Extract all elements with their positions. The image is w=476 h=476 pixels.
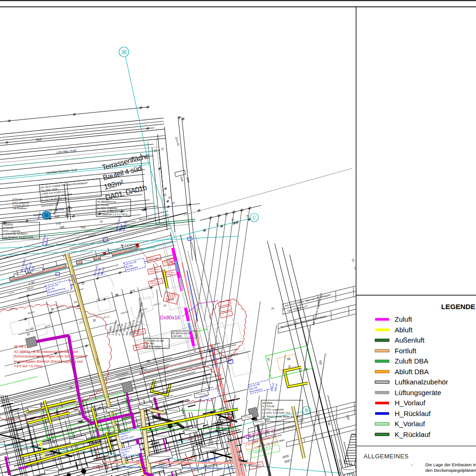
- svg-text:8 FC+ ungekühlt: 8 FC+ ungekühlt: [13, 202, 29, 204]
- svg-text:38: 38: [121, 49, 127, 55]
- svg-text:+3.0 auf +3.70m): +3.0 auf +3.70m): [14, 364, 42, 368]
- svg-text:Abluft: Abluft: [395, 326, 413, 334]
- svg-text:Abluft DBA: Abluft DBA: [395, 368, 429, 376]
- svg-text:OAF 4/65: OAF 4/65: [172, 335, 182, 337]
- svg-text:Schmutzwasserleitungen vom 3G: Schmutzwasserleitungen vom 3G kommend: [14, 354, 87, 358]
- svg-text:L m³h+Z 100.1A+B1A 0: L m³h+Z 100.1A+B1A 0: [3, 232, 27, 235]
- svg-text:H_Vorlauf: H_Vorlauf: [395, 399, 426, 407]
- svg-text:37: 37: [161, 147, 165, 151]
- svg-text:128: 128: [142, 208, 147, 211]
- svg-text:H | TCl+24: H | TCl+24: [97, 204, 109, 206]
- svg-text:15: 15: [99, 220, 103, 223]
- svg-text:K_Rücklauf: K_Rücklauf: [395, 430, 431, 438]
- svg-text:H TCl+24: H TCl+24: [3, 226, 13, 229]
- svg-text:H_Rücklauf: H_Rücklauf: [395, 410, 431, 417]
- svg-text:H | TCl+0z: H | TCl+0z: [262, 405, 275, 408]
- svg-text:Fortluft: Fortluft: [395, 347, 417, 355]
- svg-text:K_Vorlauf: K_Vorlauf: [395, 420, 425, 428]
- svg-text:Zuluft-DBA +2.70: Zuluft-DBA +2.70: [94, 427, 116, 430]
- svg-text:L | m³/h+ Z 01 A/00 l A 0: L | m³/h+ Z 01 A/00 l A 0: [262, 411, 290, 414]
- svg-text:Lüftungsgeräte: Lüftungsgeräte: [395, 389, 441, 397]
- svg-text:-: -: [411, 462, 412, 467]
- svg-text:ALLGEMEINES: ALLGEMEINES: [364, 453, 409, 460]
- svg-text:775: 775: [55, 222, 61, 225]
- svg-text:Lüa-Shellänen 1.2.1/3 l L50S: Lüa-Shellänen 1.2.1/3 l L50S: [3, 236, 33, 238]
- svg-text:R | TCl+ ungekühlt: R | TCl+ ungekühlt: [97, 207, 117, 210]
- svg-text:43-3800kWh/m²a: 43-3800kWh/m²a: [97, 200, 116, 203]
- svg-text:Die Lage der Einbauten in den: Die Lage der Einbauten in den: [425, 462, 476, 467]
- svg-text:Lüa-Shellänen: Lüa-Shellänen: [13, 207, 27, 210]
- svg-text:810: 810: [36, 138, 41, 141]
- svg-text:20: 20: [168, 196, 171, 199]
- svg-text:42-38B0x +B Brandwand befinden: 42-38B0x +B Brandwand befinden sich: [14, 350, 79, 354]
- svg-text:20: 20: [172, 201, 175, 205]
- svg-text:Außenluft: Außenluft: [395, 336, 425, 344]
- svg-text:L | m³/h+ Z 480 l A 0 l A 0: L | m³/h+ Z 480 l A 0 l A 0: [97, 210, 124, 212]
- svg-text:Zuluft: Zuluft: [395, 315, 412, 323]
- svg-text:Dx80x16: Dx80x16: [160, 315, 180, 320]
- svg-text:15: 15: [163, 193, 166, 196]
- svg-text:LEGENDE: LEGENDE: [441, 303, 475, 311]
- svg-text:Luftkanalzubehör: Luftkanalzubehör: [395, 378, 448, 386]
- svg-text:H TCl+24: H TCl+24: [13, 198, 22, 201]
- svg-text:H | TCl+ ungekühlt: H | TCl+ ungekühlt: [262, 408, 284, 411]
- svg-text:1.OG.26#1.OG.26#: 1.OG.26#1.OG.26#: [145, 340, 164, 342]
- svg-text:Zuluft DBA: Zuluft DBA: [395, 357, 429, 365]
- svg-text:AS-3800: AS-3800: [262, 402, 272, 404]
- svg-text:310: 310: [54, 215, 60, 218]
- svg-text:753: 753: [80, 225, 86, 229]
- svg-text:B: B: [305, 408, 308, 413]
- svg-text:C: C: [252, 215, 256, 220]
- svg-text:30: 30: [216, 223, 219, 226]
- svg-text:22: 22: [153, 149, 157, 152]
- svg-text:8 FC+ ungekühlt: 8 FC+ ungekühlt: [3, 230, 20, 232]
- svg-text:OAF 4/65: OAF 4/65: [145, 343, 154, 345]
- svg-text:x: x: [307, 299, 308, 302]
- svg-text:L m³h+Z 100.1A: L m³h+Z 100.1A: [13, 205, 29, 207]
- svg-text:den Deckenspiegelplänen darges: den Deckenspiegelplänen dargestellt: [425, 468, 476, 473]
